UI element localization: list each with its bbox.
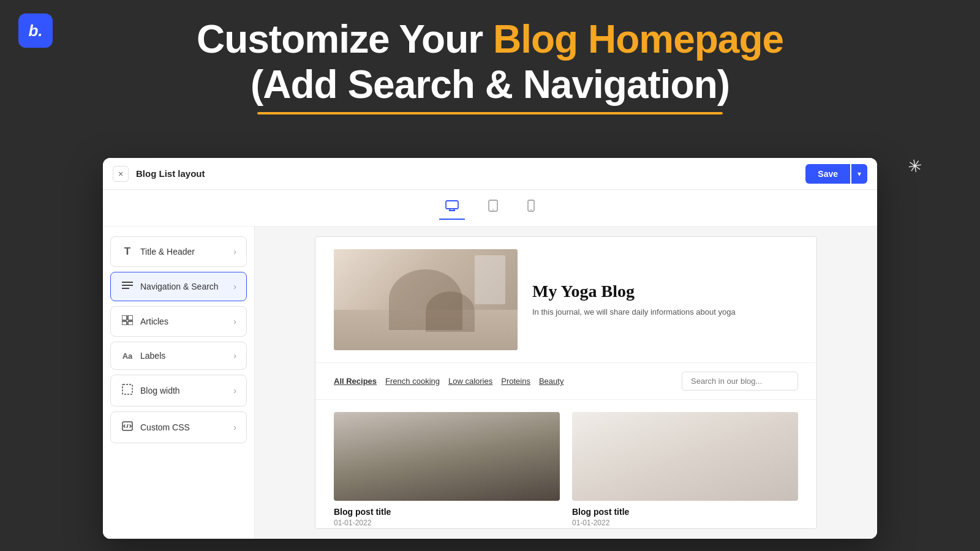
blog-post-card-0: Blog post title 01-01-2022 xyxy=(334,412,560,527)
app-logo: b. xyxy=(18,13,53,48)
panel-arrow-title-header: › xyxy=(233,247,236,257)
device-mobile-button[interactable] xyxy=(521,196,541,220)
nav-tag-1[interactable]: French cooking xyxy=(385,377,440,386)
articles-icon xyxy=(121,315,134,328)
preview-area: My Yoga Blog In this journal, we will sh… xyxy=(255,227,877,539)
blog-post-card-1: Blog post title 01-01-2022 xyxy=(572,412,798,527)
logo-text: b. xyxy=(28,21,42,40)
svg-point-5 xyxy=(492,209,494,211)
panel-item-nav-search[interactable]: Navigation & Search › xyxy=(110,272,247,301)
panel-arrow-custom-css: › xyxy=(233,422,236,432)
title-line2: (Add Search & Navigation) xyxy=(0,62,980,108)
device-desktop-button[interactable] xyxy=(439,196,465,220)
title-header-icon: T xyxy=(121,246,134,258)
svg-line-17 xyxy=(127,424,128,428)
blog-hero-text: My Yoga Blog In this journal, we will sh… xyxy=(532,282,736,318)
svg-rect-14 xyxy=(128,321,133,325)
panel-arrow-nav-search: › xyxy=(233,282,236,291)
device-tablet-button[interactable] xyxy=(482,196,504,220)
panel-item-custom-css[interactable]: Custom CSS › xyxy=(110,411,247,443)
custom-css-icon xyxy=(121,421,134,434)
title-line1-normal: Customize Your xyxy=(197,17,493,61)
decoration-squiggle: ✳ xyxy=(906,155,923,177)
blog-search-input[interactable] xyxy=(682,372,798,391)
panel-item-blog-width[interactable]: Blog width › xyxy=(110,375,247,407)
svg-rect-13 xyxy=(122,321,127,325)
nav-tags: All Recipes French cooking Low calories … xyxy=(334,377,564,386)
blog-hero: My Yoga Blog In this journal, we will sh… xyxy=(315,237,816,363)
window-title: Blog List layout xyxy=(136,168,205,179)
blog-preview: My Yoga Blog In this journal, we will sh… xyxy=(315,236,817,529)
blog-nav-bar: All Recipes French cooking Low calories … xyxy=(315,363,816,400)
post-date-1: 01-01-2022 xyxy=(572,519,798,527)
blog-width-icon xyxy=(121,384,134,397)
panel-arrow-articles: › xyxy=(233,317,236,326)
blog-hero-image xyxy=(334,249,518,350)
panel-label-title-header: Title & Header xyxy=(140,247,195,257)
svg-rect-15 xyxy=(123,384,132,394)
close-button[interactable]: × xyxy=(113,166,129,182)
title-highlight: Blog Homepage xyxy=(493,17,783,61)
panel-label-blog-width: Blog width xyxy=(140,386,180,395)
post-date-0: 01-01-2022 xyxy=(334,519,560,527)
blog-posts-grid: Blog post title 01-01-2022 Blog post tit… xyxy=(315,400,816,529)
editor-window: × Blog List layout Save ▾ xyxy=(103,158,877,539)
svg-rect-12 xyxy=(128,315,133,320)
post-title-1: Blog post title xyxy=(572,507,798,517)
svg-point-7 xyxy=(530,209,532,211)
panel-label-labels: Labels xyxy=(140,351,165,361)
nav-search-icon xyxy=(121,281,134,292)
panel-arrow-labels: › xyxy=(233,351,236,361)
post-image-1 xyxy=(572,412,798,501)
post-title-0: Blog post title xyxy=(334,507,560,517)
save-dropdown-button[interactable]: ▾ xyxy=(851,164,867,184)
title-line1: Customize Your Blog Homepage xyxy=(0,17,980,62)
device-toggle-bar xyxy=(103,190,877,227)
save-button[interactable]: Save xyxy=(805,164,850,184)
blog-title: My Yoga Blog xyxy=(532,282,736,301)
nav-tag-0[interactable]: All Recipes xyxy=(334,377,377,386)
page-header: Customize Your Blog Homepage (Add Search… xyxy=(0,0,980,114)
blog-description: In this journal, we will share daily inf… xyxy=(532,306,736,318)
panel-label-nav-search: Navigation & Search xyxy=(140,282,219,291)
panel-label-custom-css: Custom CSS xyxy=(140,422,190,432)
nav-tag-3[interactable]: Proteins xyxy=(501,377,530,386)
svg-rect-0 xyxy=(446,201,458,209)
labels-icon: Aa xyxy=(121,351,134,361)
save-button-group: Save ▾ xyxy=(805,164,867,184)
svg-rect-11 xyxy=(122,315,127,320)
panel-item-articles[interactable]: Articles › xyxy=(110,306,247,337)
window-titlebar: × Blog List layout Save ▾ xyxy=(103,158,877,190)
post-image-0 xyxy=(334,412,560,501)
panel-arrow-blog-width: › xyxy=(233,386,236,395)
nav-tag-2[interactable]: Low calories xyxy=(448,377,492,386)
panel-label-articles: Articles xyxy=(140,317,168,326)
editor-body: T Title & Header › Navigation & Search xyxy=(103,227,877,539)
nav-tag-4[interactable]: Beauty xyxy=(539,377,564,386)
panel-item-labels[interactable]: Aa Labels › xyxy=(110,342,247,370)
title-underline xyxy=(257,112,723,114)
panel-item-title-header[interactable]: T Title & Header › xyxy=(110,236,247,267)
titlebar-left: × Blog List layout xyxy=(113,166,205,182)
left-panel: T Title & Header › Navigation & Search xyxy=(103,227,255,539)
